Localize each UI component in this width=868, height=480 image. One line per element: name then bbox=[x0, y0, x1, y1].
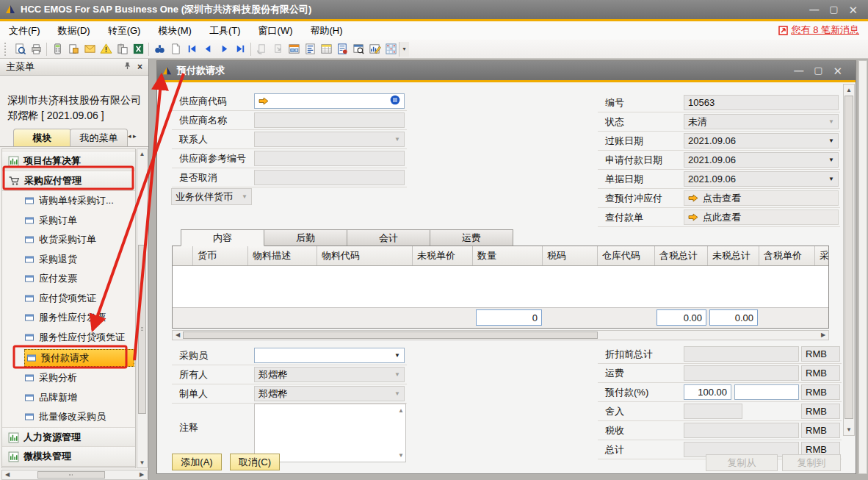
warning-icon[interactable] bbox=[98, 42, 114, 57]
vendor-code-input[interactable] bbox=[254, 93, 405, 109]
pin-icon[interactable] bbox=[123, 62, 131, 70]
minimize-icon[interactable]: — bbox=[809, 4, 819, 15]
payment-doc-link[interactable]: 点此查看 bbox=[684, 209, 839, 225]
sidebar-item-goods-receipt-po[interactable]: 收货采购订单 bbox=[2, 230, 135, 249]
add-button[interactable]: 添加(A) bbox=[172, 454, 222, 470]
menu-help[interactable]: 帮助(H) bbox=[301, 22, 351, 40]
sidebar-vertical-scrollbar[interactable]: ▲ ▼ bbox=[137, 148, 148, 468]
menu-tools[interactable]: 工具(T) bbox=[200, 22, 250, 40]
col-gross-total[interactable]: 含税总计 bbox=[655, 246, 708, 265]
scroll-up-icon[interactable]: ▲ bbox=[398, 407, 404, 414]
vendor-name-field[interactable] bbox=[254, 112, 405, 128]
list-view-icon[interactable] bbox=[302, 42, 318, 57]
tab-accounting[interactable]: 会计 bbox=[347, 229, 430, 246]
total-quantity-field[interactable]: 0 bbox=[476, 309, 542, 326]
add-new-icon[interactable] bbox=[167, 42, 184, 57]
sidebar-item-micro-module-management[interactable]: 微模块管理 bbox=[2, 446, 135, 467]
sidebar-item-batch-modify-buyer[interactable]: 批量修改采购员 bbox=[2, 407, 135, 426]
sidebar-item-purchase-ap-management[interactable]: 采购应付管理 bbox=[2, 171, 135, 191]
grid-dots-icon[interactable] bbox=[383, 42, 399, 57]
first-record-icon[interactable] bbox=[184, 42, 200, 57]
sidebar-item-pr-to-po[interactable]: 请购单转采购订... bbox=[2, 191, 135, 210]
prepayment-amount-input[interactable] bbox=[734, 384, 799, 400]
doc-minimize-icon[interactable]: — bbox=[794, 65, 803, 76]
total-gross-field[interactable]: 0.00 bbox=[657, 309, 706, 326]
print-icon[interactable] bbox=[28, 42, 44, 57]
owner-dropdown[interactable]: 郑熠桦▼ bbox=[254, 367, 405, 382]
workspace-scrollbar[interactable] bbox=[858, 60, 867, 474]
sidebar-item-brand-add[interactable]: 品牌新增 bbox=[2, 388, 135, 407]
paste-special-icon[interactable] bbox=[114, 42, 130, 57]
report-icon[interactable] bbox=[334, 42, 350, 57]
sidebar-item-prepayment-request[interactable]: 预付款请求 bbox=[2, 348, 135, 368]
form-settings-icon[interactable] bbox=[65, 42, 82, 57]
document-date-dropdown[interactable]: 2021.09.06▼ bbox=[684, 171, 839, 187]
rounding-field[interactable] bbox=[684, 404, 742, 419]
sidebar-item-hr-management[interactable]: 人力资源管理 bbox=[2, 427, 135, 448]
sidebar-item-service-ap-credit-memo[interactable]: 服务性应付贷项凭证 bbox=[2, 328, 135, 347]
scroll-down-icon[interactable]: ▼ bbox=[398, 452, 404, 459]
freight-field[interactable] bbox=[684, 365, 799, 381]
menu-file[interactable]: 文件(F) bbox=[0, 22, 49, 40]
close-icon[interactable]: ✕ bbox=[848, 4, 858, 15]
col-item-desc[interactable]: 物料描述 bbox=[248, 246, 317, 265]
col-gross-price[interactable]: 含税单价 bbox=[759, 246, 815, 265]
col-tax-code[interactable]: 税码 bbox=[543, 246, 598, 265]
tab-my-menu[interactable]: 我的菜单 bbox=[70, 129, 128, 147]
sidebar-item-purchase-analysis[interactable]: 采购分析 bbox=[2, 368, 135, 387]
link-document-icon[interactable] bbox=[253, 42, 270, 57]
copy-from-button[interactable]: 复制从 bbox=[706, 454, 778, 471]
last-record-icon[interactable] bbox=[232, 42, 248, 57]
col-warehouse[interactable]: 仓库代码 bbox=[598, 246, 655, 265]
status-dropdown[interactable]: 未清▼ bbox=[684, 114, 839, 129]
link-arrow-icon[interactable] bbox=[270, 42, 286, 57]
vendor-ref-field[interactable] bbox=[254, 151, 405, 166]
request-date-dropdown[interactable]: 2021.09.06▼ bbox=[684, 152, 839, 168]
sidebar-item-purchase-order[interactable]: 采购订单 bbox=[2, 211, 135, 230]
col-unit-price[interactable]: 未税单价 bbox=[413, 246, 473, 265]
sidebar-item-project-estimation[interactable]: 项目估算决算 bbox=[2, 151, 135, 171]
new-messages-link[interactable]: 您有 8 笔新消息 bbox=[778, 24, 859, 37]
table-horizontal-scrollbar[interactable]: ◀ ▶ bbox=[172, 330, 829, 340]
col-quantity[interactable]: 数量 bbox=[473, 246, 543, 265]
choose-from-list-icon[interactable] bbox=[390, 95, 400, 107]
sidebar-item-service-ap-invoice[interactable]: 服务性应付发票 bbox=[2, 308, 135, 327]
calculator-icon[interactable] bbox=[49, 42, 65, 57]
cancelled-field[interactable] bbox=[254, 170, 405, 185]
col-rownum[interactable] bbox=[173, 246, 193, 265]
sidebar-item-ap-credit-memo[interactable]: 应付贷项凭证 bbox=[2, 289, 135, 308]
total-net-field[interactable]: 0.00 bbox=[709, 309, 758, 326]
contact-person-dropdown[interactable]: ▼ bbox=[254, 132, 405, 147]
doc-maximize-icon[interactable]: ▢ bbox=[814, 65, 822, 76]
col-buyer[interactable]: 采购 bbox=[815, 246, 828, 265]
mail-icon[interactable] bbox=[82, 42, 98, 57]
panel-close-icon[interactable]: × bbox=[137, 62, 142, 72]
col-currency[interactable]: 货币 bbox=[193, 246, 248, 265]
table-view-icon[interactable] bbox=[318, 42, 334, 57]
currency-mode-dropdown[interactable]: 业务伙伴货币▼ bbox=[171, 188, 252, 205]
buyer-dropdown[interactable]: ▼ bbox=[254, 348, 405, 363]
query-window-icon[interactable] bbox=[350, 42, 366, 57]
cancel-button[interactable]: 取消(C) bbox=[230, 454, 280, 470]
menu-modules[interactable]: 模块(M) bbox=[149, 22, 200, 40]
tab-modules[interactable]: 模块 bbox=[13, 129, 71, 147]
tab-logistics[interactable]: 后勤 bbox=[264, 229, 347, 246]
maximize-icon[interactable]: ▢ bbox=[829, 4, 838, 15]
menu-data[interactable]: 数据(D) bbox=[49, 22, 99, 40]
print-preview-icon[interactable] bbox=[12, 42, 28, 57]
menu-goto[interactable]: 转至(G) bbox=[99, 22, 150, 40]
form-mode-icon[interactable] bbox=[286, 42, 302, 57]
creator-dropdown[interactable]: 郑熠桦▼ bbox=[254, 386, 405, 401]
doc-number-field[interactable]: 10563 bbox=[684, 95, 839, 110]
doc-vertical-scrollbar[interactable]: ▲ ▼ bbox=[843, 84, 855, 436]
sidebar-item-ap-invoice[interactable]: 应付发票 bbox=[2, 269, 135, 288]
col-net-total[interactable]: 未税总计 bbox=[708, 246, 759, 265]
tab-freight[interactable]: 运费 bbox=[430, 229, 513, 246]
doc-close-icon[interactable]: ✕ bbox=[833, 65, 842, 76]
next-record-icon[interactable] bbox=[216, 42, 232, 57]
tab-scroll-arrows[interactable]: ◂ ▸ bbox=[128, 132, 137, 140]
col-item-code[interactable]: 物料代码 bbox=[317, 246, 413, 265]
prepay-offset-link[interactable]: 点击查看 bbox=[684, 190, 839, 206]
posting-date-dropdown[interactable]: 2021.09.06▼ bbox=[684, 133, 839, 148]
sidebar-item-purchase-return[interactable]: 采购退货 bbox=[2, 250, 135, 269]
